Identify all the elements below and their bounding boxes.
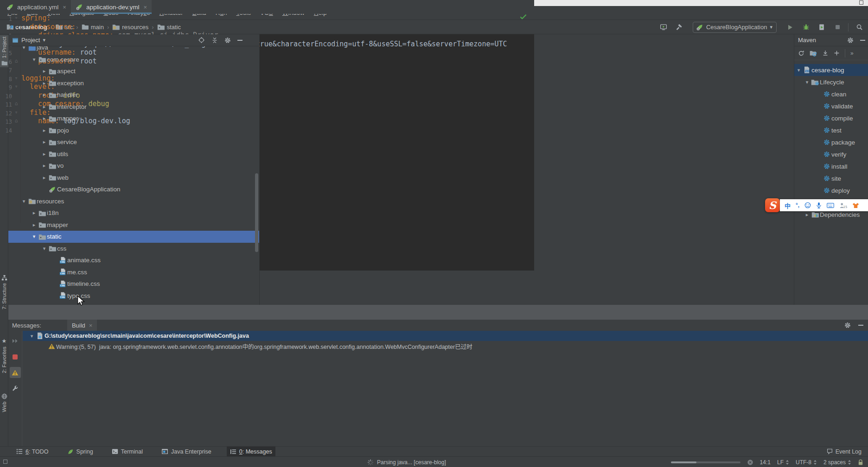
expand-arrow-icon[interactable]: ▸ <box>41 68 48 74</box>
expand-arrow-icon[interactable]: ▸ <box>804 212 811 218</box>
expand-arrow-icon[interactable]: ▸ <box>41 127 48 133</box>
maven-goal-site[interactable]: site <box>794 172 868 184</box>
tree-item-timeline.css[interactable]: CSStimeline.css <box>8 278 259 290</box>
tree-item-CesareBlogApplication[interactable]: CesareBlogApplication <box>8 183 259 196</box>
collapse-arrow-icon[interactable]: ▾ <box>795 67 802 73</box>
reimport-button[interactable] <box>798 50 804 57</box>
tree-item-pojo[interactable]: ▸pojo <box>8 125 259 137</box>
tree-item-resources[interactable]: ▾resources <box>8 196 259 208</box>
run-button[interactable] <box>785 22 795 32</box>
expand-arrow-icon[interactable]: ▸ <box>41 139 48 145</box>
maven-goal-verify[interactable]: verify <box>794 148 868 160</box>
tree-item-css[interactable]: ▾css <box>8 243 259 255</box>
maven-goal-install[interactable]: install <box>794 160 868 172</box>
add-maven-project-button[interactable] <box>834 50 840 56</box>
tree-item-service[interactable]: ▸service <box>8 136 259 148</box>
more-actions-icon[interactable]: » <box>850 50 854 57</box>
editor-tab-application.yml[interactable]: application.yml× <box>2 0 71 14</box>
toolwindow-button-terminal[interactable]: Terminal <box>108 447 146 457</box>
ime-button-punct[interactable]: °, <box>796 202 799 208</box>
event-log-button[interactable]: Event Log <box>827 448 868 455</box>
toolwindow-button-java-enterprise[interactable]: Java Enterprise <box>158 447 215 457</box>
indent-widget[interactable]: 2 spaces <box>823 459 851 466</box>
show-warnings-toggle[interactable] <box>10 367 21 378</box>
run-dashboard-button[interactable] <box>658 22 669 32</box>
close-icon[interactable]: × <box>63 4 66 11</box>
gear-icon[interactable] <box>224 37 231 44</box>
tree-item-interceptor[interactable]: ▸interceptor <box>8 101 259 113</box>
collapse-arrow-icon[interactable]: ▾ <box>41 246 48 252</box>
window-controls[interactable] <box>859 0 863 5</box>
search-everywhere-button[interactable] <box>854 22 864 32</box>
collapse-arrow-icon[interactable]: ▾ <box>31 57 38 63</box>
tree-item-static[interactable]: ▾static <box>8 231 259 243</box>
select-opened-file-button[interactable] <box>198 37 205 44</box>
expand-arrow-icon[interactable]: ▸ <box>31 210 38 216</box>
expand-arrow-icon[interactable]: ▸ <box>41 80 48 86</box>
lock-icon[interactable] <box>858 459 863 466</box>
tree-item-typo.css[interactable]: CSStypo.css <box>8 290 259 302</box>
tree-item-vo[interactable]: ▸vo <box>8 160 259 172</box>
inspections-ok-icon[interactable] <box>520 14 527 19</box>
rerun-build-button[interactable] <box>10 335 21 347</box>
toolwindow-button-6-todo[interactable]: 6: TODO <box>13 447 52 457</box>
collapse-all-button[interactable] <box>211 37 218 44</box>
tree-item-handler[interactable]: ▸handler <box>8 89 259 101</box>
run-config-selector[interactable]: CesareBlogApplication ▾ <box>693 22 777 33</box>
encoding-widget[interactable]: UTF-8 <box>796 459 817 466</box>
expand-arrow-icon[interactable]: ▸ <box>41 92 48 98</box>
maven-goal-clean[interactable]: clean <box>794 88 868 100</box>
maven-goal-deploy[interactable]: deploy <box>794 184 868 196</box>
code-line[interactable]: 2▿ datasource: <box>0 23 534 32</box>
tree-item-mapper[interactable]: ▸mapper <box>8 219 259 231</box>
scrollbar[interactable] <box>255 173 258 252</box>
tree-item-aspect[interactable]: ▸aspect <box>8 65 259 77</box>
tree-item-me.css[interactable]: CSSme.css <box>8 266 259 278</box>
build-message-file-row[interactable]: ▾ G:\study\cesareblog\src\main\java\com\… <box>23 331 868 341</box>
maven-goal-package[interactable]: package <box>794 136 868 148</box>
cancel-progress-button[interactable] <box>747 459 753 466</box>
build-warning-row[interactable]: Warning:(5, 57) java: org.springframewor… <box>23 341 868 351</box>
tree-item-animate.css[interactable]: CSSanimate.css <box>8 254 259 266</box>
expand-arrow-icon[interactable]: ▸ <box>41 104 48 110</box>
expand-arrow-icon[interactable]: ▸ <box>41 175 48 181</box>
fold-marker[interactable]: ▿ <box>12 14 20 23</box>
hide-panel-button[interactable] <box>860 40 865 41</box>
tree-item-utils[interactable]: ▸utils <box>8 148 259 160</box>
maven-goal-test[interactable]: test <box>794 124 868 136</box>
maven-goal-validate[interactable]: validate <box>794 100 868 112</box>
build-project-button[interactable] <box>674 22 684 32</box>
expand-arrow-icon[interactable]: ▸ <box>31 222 38 228</box>
ime-button-zh[interactable]: 中 <box>785 201 791 210</box>
fold-marker[interactable]: ▿ <box>12 23 20 32</box>
gear-icon[interactable] <box>844 322 851 328</box>
tree-item-com.cesare[interactable]: ▾com.cesare <box>8 54 259 66</box>
tab-build[interactable]: Build × <box>67 320 97 331</box>
chevron-down-icon[interactable]: ▾ <box>43 37 45 43</box>
close-icon[interactable]: × <box>143 4 147 11</box>
gear-icon[interactable] <box>847 37 854 44</box>
tool-button-structure[interactable]: 7: Structure <box>0 273 8 311</box>
hide-panel-button[interactable] <box>237 40 243 41</box>
tree-item-web[interactable]: ▸web <box>8 172 259 184</box>
line-ending-widget[interactable]: LF <box>777 459 789 466</box>
expand-arrow-icon[interactable]: ▸ <box>41 151 48 157</box>
run-with-coverage-button[interactable] <box>817 22 827 32</box>
collapse-arrow-icon[interactable]: ▾ <box>31 234 38 240</box>
settings-wrench-icon[interactable] <box>10 383 21 394</box>
tree-item-mapper[interactable]: ▸mapper <box>8 113 259 125</box>
maven-project-node[interactable]: ▾mcesare-blog <box>794 64 868 76</box>
horizontal-splitter[interactable] <box>8 305 868 320</box>
close-icon[interactable]: × <box>89 322 93 329</box>
debug-button[interactable] <box>801 22 811 32</box>
sogou-logo[interactable]: S <box>765 198 780 212</box>
expand-arrow-icon[interactable]: ▸ <box>41 115 48 121</box>
hide-panel-button[interactable] <box>858 322 863 328</box>
caret-position-widget[interactable]: 14:1 <box>760 459 771 466</box>
tool-button-favorites[interactable]: ★ 2: Favorites <box>0 336 8 374</box>
maven-lifecycle-node[interactable]: ▾Lifecycle <box>794 76 868 88</box>
toolwindow-button-spring[interactable]: Spring <box>64 447 96 457</box>
toolwindow-button-0-messages[interactable]: 0: Messages <box>227 447 275 457</box>
stop-button[interactable] <box>832 22 842 32</box>
ime-button-mic[interactable] <box>816 202 822 208</box>
